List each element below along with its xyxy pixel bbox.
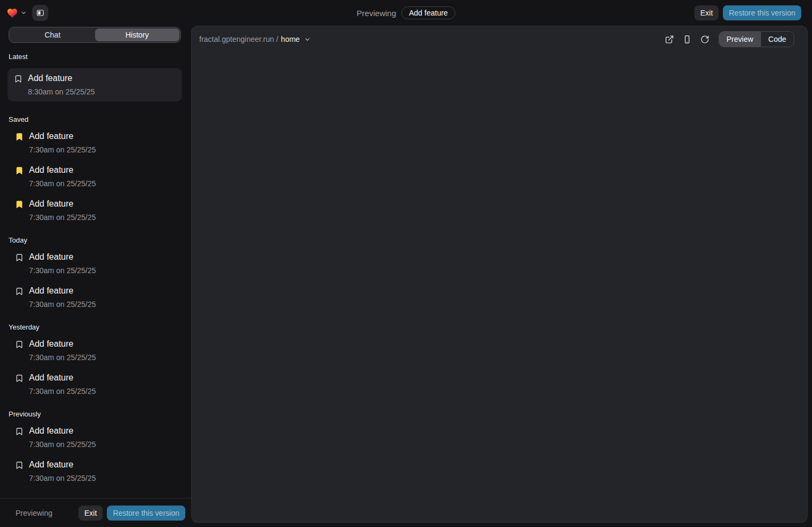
history-section-yesterday: YesterdayAdd feature7:30am on 25/25/25Ad… <box>9 323 181 396</box>
version-item-timestamp: 7:30am on 25/25/25 <box>29 353 96 362</box>
external-link-icon <box>665 35 674 44</box>
version-item[interactable]: Add feature7:30am on 25/25/25 <box>9 252 181 275</box>
version-item-title: Add feature <box>28 73 95 83</box>
bookmark-icon <box>15 374 24 383</box>
section-title: Yesterday <box>9 323 181 331</box>
bookmark-filled-icon <box>15 200 24 209</box>
sidebar-footer: Previewing Exit Restore this version <box>0 498 191 527</box>
preview-panel: fractal.gptengineer.run / home <box>191 26 808 523</box>
version-item-title: Add feature <box>29 426 96 436</box>
toggle-preview[interactable]: Preview <box>719 32 761 47</box>
footer-restore-version-button[interactable]: Restore this version <box>107 506 185 521</box>
previewing-label: Previewing <box>357 9 396 18</box>
bookmark-icon <box>14 75 23 83</box>
section-items: Add feature8:30am on 25/25/25 <box>9 68 181 101</box>
version-item[interactable]: Add feature7:30am on 25/25/25 <box>9 339 181 362</box>
sidebar: ChatHistory LatestAdd feature8:30am on 2… <box>0 26 191 527</box>
history-section-today: TodayAdd feature7:30am on 25/25/25Add fe… <box>9 236 181 309</box>
version-item-text: Add feature7:30am on 25/25/25 <box>29 286 96 309</box>
refresh-button[interactable] <box>700 34 710 44</box>
version-item-timestamp: 7:30am on 25/25/25 <box>29 387 96 396</box>
preview-header-icons <box>665 34 710 44</box>
version-item-title: Add feature <box>29 372 96 383</box>
version-item-timestamp: 7:30am on 25/25/25 <box>29 213 96 222</box>
version-item-timestamp: 7:30am on 25/25/25 <box>29 266 96 275</box>
tab-chat[interactable]: Chat <box>10 28 95 41</box>
preview-content[interactable] <box>192 52 807 522</box>
refresh-icon <box>700 35 709 44</box>
version-item[interactable]: Add feature7:30am on 25/25/25 <box>9 131 181 155</box>
bookmark-filled-icon <box>15 166 24 175</box>
version-item-title: Add feature <box>29 459 96 470</box>
open-in-new-tab-button[interactable] <box>665 34 675 44</box>
section-title: Saved <box>9 115 181 123</box>
toggle-code[interactable]: Code <box>761 32 794 47</box>
version-item-timestamp: 7:30am on 25/25/25 <box>29 440 96 449</box>
exit-button[interactable]: Exit <box>694 5 719 20</box>
version-item-timestamp: 7:30am on 25/25/25 <box>29 300 96 309</box>
tab-history[interactable]: History <box>95 28 180 41</box>
footer-exit-button[interactable]: Exit <box>78 506 103 521</box>
panel-left-icon <box>36 9 45 17</box>
version-item-text: Add feature7:30am on 25/25/25 <box>29 339 96 362</box>
lovable-heart-logo <box>6 8 18 18</box>
section-title: Latest <box>9 53 181 61</box>
section-title: Today <box>9 236 181 244</box>
sidebar-toggle-button[interactable] <box>32 5 48 21</box>
preview-header: fractal.gptengineer.run / home <box>192 26 807 52</box>
chevron-down-icon <box>304 36 311 43</box>
history-section-saved: SavedAdd feature7:30am on 25/25/25Add fe… <box>9 115 181 222</box>
version-item-text: Add feature7:30am on 25/25/25 <box>29 165 96 188</box>
version-item-timestamp: 8:30am on 25/25/25 <box>28 87 95 97</box>
bookmark-icon <box>15 287 24 296</box>
version-item-text: Add feature7:30am on 25/25/25 <box>29 131 96 155</box>
version-item[interactable]: Add feature7:30am on 25/25/25 <box>9 372 181 396</box>
version-item-timestamp: 7:30am on 25/25/25 <box>29 179 96 188</box>
version-item-text: Add feature8:30am on 25/25/25 <box>28 73 95 97</box>
section-items: Add feature7:30am on 25/25/25Add feature… <box>9 131 181 222</box>
version-item-title: Add feature <box>29 286 96 296</box>
url-breadcrumb[interactable]: fractal.gptengineer.run / home <box>199 35 311 43</box>
smartphone-icon <box>683 35 692 44</box>
version-item[interactable]: Add feature7:30am on 25/25/25 <box>9 165 181 188</box>
restore-version-button[interactable]: Restore this version <box>723 5 801 20</box>
version-item-text: Add feature7:30am on 25/25/25 <box>29 199 96 222</box>
version-item-text: Add feature7:30am on 25/25/25 <box>29 252 96 275</box>
history-section-previously: PreviouslyAdd feature7:30am on 25/25/25A… <box>9 410 181 483</box>
chevron-down-icon <box>20 10 27 16</box>
preview-status-group: Previewing Add feature <box>357 6 455 19</box>
version-item[interactable]: Add feature7:30am on 25/25/25 <box>9 459 181 483</box>
preview-code-toggle: PreviewCode <box>719 31 794 47</box>
version-item-title: Add feature <box>29 252 96 262</box>
version-item[interactable]: Add feature7:30am on 25/25/25 <box>9 199 181 222</box>
mobile-view-button[interactable] <box>683 34 692 44</box>
sidebar-tabs: ChatHistory <box>9 27 181 43</box>
section-title: Previously <box>9 410 181 418</box>
history-section-latest: LatestAdd feature8:30am on 25/25/25 <box>9 53 181 101</box>
version-item[interactable]: Add feature7:30am on 25/25/25 <box>9 286 181 309</box>
version-item-timestamp: 7:30am on 25/25/25 <box>29 145 96 155</box>
version-item[interactable]: Add feature8:30am on 25/25/25 <box>8 68 182 101</box>
version-item-text: Add feature7:30am on 25/25/25 <box>29 459 96 483</box>
history-list: LatestAdd feature8:30am on 25/25/25Saved… <box>0 43 191 498</box>
version-item-text: Add feature7:30am on 25/25/25 <box>29 372 96 396</box>
logo-group[interactable] <box>6 8 27 18</box>
version-badge[interactable]: Add feature <box>401 6 455 19</box>
version-item[interactable]: Add feature7:30am on 25/25/25 <box>9 426 181 449</box>
section-items: Add feature7:30am on 25/25/25Add feature… <box>9 426 181 483</box>
version-item-text: Add feature7:30am on 25/25/25 <box>29 426 96 449</box>
bookmark-icon <box>15 340 24 349</box>
section-items: Add feature7:30am on 25/25/25Add feature… <box>9 339 181 396</box>
section-items: Add feature7:30am on 25/25/25Add feature… <box>9 252 181 309</box>
version-item-title: Add feature <box>29 339 96 349</box>
footer-previewing-label: Previewing <box>16 509 52 517</box>
bookmark-icon <box>15 427 24 436</box>
version-item-title: Add feature <box>29 165 96 175</box>
bookmark-icon <box>15 461 24 470</box>
top-bar: Previewing Add feature Exit Restore this… <box>0 0 812 26</box>
url-page: home <box>281 35 300 43</box>
version-item-title: Add feature <box>29 199 96 209</box>
url-prefix: fractal.gptengineer.run / <box>199 35 278 43</box>
bookmark-icon <box>15 253 24 262</box>
version-item-timestamp: 7:30am on 25/25/25 <box>29 474 96 483</box>
